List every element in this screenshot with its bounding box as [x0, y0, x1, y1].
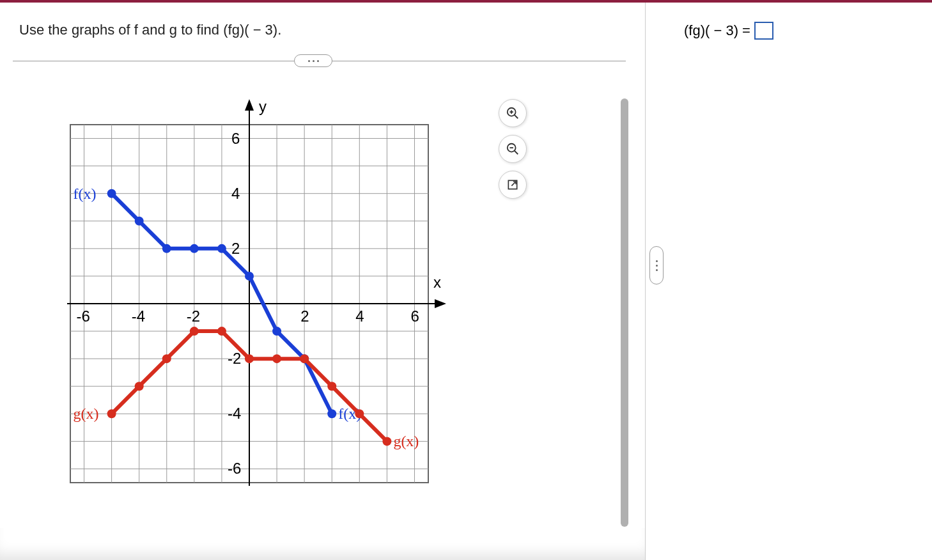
zoom-out-icon	[506, 142, 520, 156]
answer-panel: (fg)( − 3) =	[646, 3, 932, 560]
graph-area: y x -6-4-2246246-2-4-6 f(x)f(x)g(x)g(x)	[45, 93, 467, 502]
data-point	[300, 354, 309, 363]
data-point	[190, 244, 199, 253]
x-axis-arrow	[435, 299, 446, 308]
data-point	[245, 272, 254, 281]
question-text: Use the graphs of f and g to find (fg)( …	[19, 22, 632, 38]
zoom-tools	[499, 99, 527, 199]
svg-line-31	[515, 151, 518, 155]
tick-label: -6	[228, 460, 241, 477]
data-series: f(x)f(x)g(x)g(x)	[74, 185, 419, 450]
data-point	[327, 409, 336, 418]
zoom-in-icon	[506, 106, 520, 120]
side-expand-pill[interactable]	[649, 246, 664, 284]
series-label-right-g(x): g(x)	[393, 433, 419, 449]
tick-label: 2	[231, 240, 240, 257]
bottom-fade	[0, 528, 645, 560]
tick-label: 6	[231, 130, 240, 147]
tick-label: -2	[228, 350, 241, 367]
data-point	[217, 327, 226, 336]
y-axis-label: y	[259, 98, 267, 115]
data-point	[272, 327, 281, 336]
tick-label: 6	[410, 307, 419, 325]
answer-prefix: (fg)( − 3) =	[684, 22, 750, 39]
data-point	[272, 354, 281, 363]
data-point	[190, 327, 199, 336]
data-point	[327, 382, 336, 391]
series-label-left-g(x): g(x)	[74, 405, 99, 422]
tick-label: -6	[77, 307, 90, 325]
expand-pill[interactable]	[294, 54, 332, 67]
answer-input[interactable]	[754, 22, 773, 40]
tick-label: -4	[228, 405, 241, 422]
data-point	[162, 354, 171, 363]
zoom-in-button[interactable]	[499, 99, 527, 127]
answer-line: (fg)( − 3) =	[684, 22, 913, 40]
series-label-left-f(x): f(x)	[74, 185, 97, 202]
left-scrollbar[interactable]	[621, 98, 628, 527]
y-axis-arrow	[245, 99, 254, 111]
tick-label: 4	[355, 307, 364, 325]
data-point	[162, 244, 171, 253]
data-point	[135, 382, 144, 391]
graph-svg[interactable]: y x -6-4-2246246-2-4-6 f(x)f(x)g(x)g(x)	[45, 93, 467, 502]
tick-label: -2	[187, 307, 200, 325]
data-point	[382, 437, 391, 446]
divider-row	[19, 54, 632, 67]
data-point	[107, 189, 116, 198]
tick-label: 4	[231, 185, 240, 202]
popout-icon	[506, 178, 519, 191]
popout-button[interactable]	[499, 171, 527, 199]
data-point	[245, 354, 254, 363]
data-point	[135, 217, 144, 226]
main-container: Use the graphs of f and g to find (fg)( …	[0, 3, 932, 560]
data-point	[107, 409, 116, 418]
data-point	[355, 409, 364, 418]
data-point	[217, 244, 226, 253]
tick-label: -4	[132, 307, 145, 325]
x-axis-label: x	[433, 274, 441, 291]
svg-line-34	[511, 182, 516, 186]
question-panel: Use the graphs of f and g to find (fg)( …	[0, 3, 646, 560]
tick-label: 2	[300, 307, 309, 325]
svg-line-27	[515, 115, 518, 119]
zoom-out-button[interactable]	[499, 135, 527, 163]
